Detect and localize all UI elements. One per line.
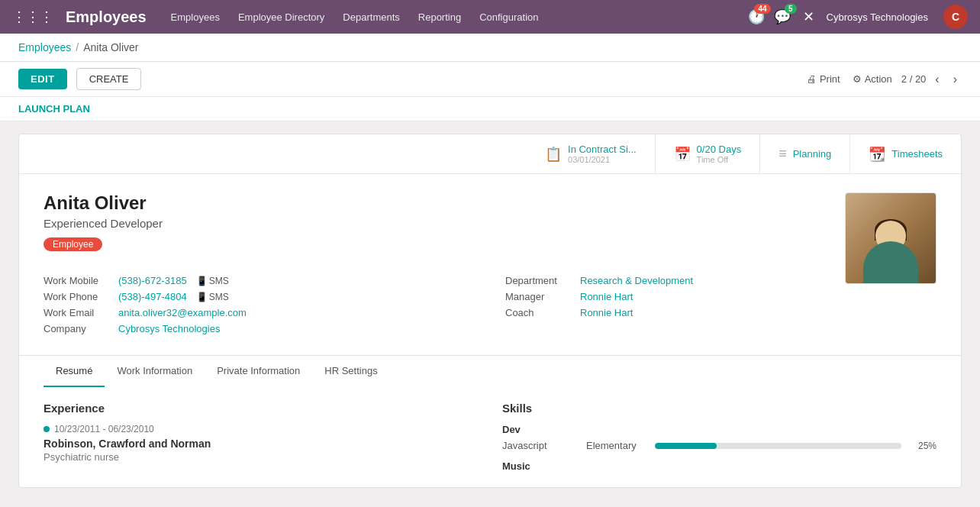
main-nav: Employees Employee Directory Departments… <box>171 11 748 23</box>
work-mobile-row: Work Mobile (538)-672-3185 📱 SMS <box>44 273 475 289</box>
messages-icon[interactable]: 💬 5 <box>774 8 791 25</box>
skill-group-dev: Dev Javascript Elementary 25% <box>502 424 936 451</box>
toolbar-actions: 🖨 Print ⚙ Action <box>807 73 892 85</box>
manager-label: Manager <box>505 291 574 302</box>
employee-details: Anita Oliver Experienced Developer Emplo… <box>44 192 936 337</box>
manager-value[interactable]: Ronnie Hart <box>580 291 633 302</box>
tab-private-information[interactable]: Private Information <box>205 356 312 387</box>
edit-button[interactable]: EDIT <box>18 69 67 89</box>
create-button[interactable]: CREATE <box>76 68 142 90</box>
tab-work-information[interactable]: Work Information <box>105 356 205 387</box>
main-content: 📋 In Contract Si... 03/01/2021 📅 0/20 Da… <box>0 121 980 500</box>
close-icon[interactable]: ✕ <box>803 8 814 25</box>
company-label: Company <box>44 323 112 334</box>
company-row: Company Cybrosys Technologies <box>44 321 475 337</box>
nav-departments[interactable]: Departments <box>343 11 399 23</box>
contract-icon: 📋 <box>545 146 562 163</box>
nav-employees[interactable]: Employees <box>171 11 220 23</box>
breadcrumb: Employees / Anita Oliver <box>0 34 980 62</box>
print-button[interactable]: 🖨 Print <box>807 73 840 85</box>
user-avatar[interactable]: C <box>943 5 968 29</box>
status-timesheets[interactable]: 📆 Timesheets <box>850 134 961 173</box>
employee-card: 📋 In Contract Si... 03/01/2021 📅 0/20 Da… <box>18 134 962 488</box>
breadcrumb-separator: / <box>76 41 79 53</box>
status-planning[interactable]: ≡ Planning <box>760 134 850 173</box>
breadcrumb-current: Anita Oliver <box>83 41 138 53</box>
contact-grid: Work Mobile (538)-672-3185 📱 SMS Work Ph… <box>44 273 936 337</box>
pager-info: 2 / 20 <box>901 73 927 85</box>
experience-section: Experience 10/23/2011 - 06/23/2010 Robin… <box>44 402 478 472</box>
work-email-value[interactable]: anita.oliver32@example.com <box>118 307 247 318</box>
employee-info: Anita Oliver Experienced Developer Emplo… <box>19 174 961 355</box>
topbar-right: 🕐 44 💬 5 ✕ Cybrosys Technologies C <box>748 5 968 29</box>
experience-company: Robinson, Crawford and Norman <box>44 438 478 450</box>
experience-item: 10/23/2011 - 06/23/2010 Robinson, Crawfo… <box>44 424 478 463</box>
nav-employee-directory[interactable]: Employee Directory <box>238 11 324 23</box>
timesheets-icon: 📆 <box>869 146 885 163</box>
launch-plan-bar: LAUNCH PLAN <box>0 97 980 121</box>
tab-hr-settings[interactable]: HR Settings <box>312 356 389 387</box>
apps-icon[interactable]: ⋮⋮⋮ <box>12 8 53 25</box>
coach-value[interactable]: Ronnie Hart <box>580 307 633 318</box>
department-value[interactable]: Research & Development <box>580 275 693 286</box>
experience-date: 10/23/2011 - 06/23/2010 <box>44 424 478 434</box>
skill-pct: 25% <box>909 441 936 451</box>
tabs: Resumé Work Information Private Informat… <box>19 355 961 386</box>
notifications-badge: 44 <box>754 4 770 14</box>
skill-bar-bg <box>655 443 901 449</box>
work-mobile-sms[interactable]: 📱 SMS <box>196 276 229 286</box>
pager: 2 / 20 ‹ › <box>901 71 962 88</box>
nav-configuration[interactable]: Configuration <box>479 11 538 23</box>
print-icon: 🖨 <box>807 73 817 85</box>
work-phone-sms[interactable]: 📱 SMS <box>196 292 229 302</box>
topbar: ⋮⋮⋮ Employees Employees Employee Directo… <box>0 0 980 34</box>
company-name: Cybrosys Technologies <box>827 11 928 23</box>
pager-next[interactable]: › <box>949 71 962 88</box>
work-email-row: Work Email anita.oliver32@example.com <box>44 305 475 321</box>
work-mobile-label: Work Mobile <box>44 275 112 286</box>
skill-row-javascript: Javascript Elementary 25% <box>502 440 936 451</box>
employee-photo[interactable] <box>845 192 936 284</box>
skills-section: Skills Dev Javascript Elementary 25% Mus… <box>502 402 936 472</box>
manager-row: Manager Ronnie Hart <box>505 289 936 305</box>
work-phone-label: Work Phone <box>44 291 112 302</box>
sms-icon-mobile: 📱 <box>196 276 208 286</box>
nav-reporting[interactable]: Reporting <box>418 11 461 23</box>
gear-icon: ⚙ <box>853 73 862 85</box>
experience-dot <box>44 426 50 432</box>
work-phone-row: Work Phone (538)-497-4804 📱 SMS <box>44 289 475 305</box>
messages-badge: 5 <box>785 4 797 14</box>
planning-icon: ≡ <box>779 146 787 162</box>
company-value[interactable]: Cybrosys Technologies <box>118 323 220 334</box>
toolbar: EDIT CREATE 🖨 Print ⚙ Action 2 / 20 ‹ › <box>0 62 980 97</box>
status-contract[interactable]: 📋 In Contract Si... 03/01/2021 <box>527 134 656 173</box>
employee-title: Experienced Developer <box>44 217 936 230</box>
skills-title: Skills <box>502 402 936 415</box>
skill-bar-fill <box>655 443 717 449</box>
status-timeoff[interactable]: 📅 0/20 Days Time Off <box>656 134 761 173</box>
tab-content-resume: Experience 10/23/2011 - 06/23/2010 Robin… <box>19 386 961 487</box>
skill-group-dev-title: Dev <box>502 424 936 435</box>
pager-prev[interactable]: ‹ <box>930 71 943 88</box>
action-button[interactable]: ⚙ Action <box>853 73 892 85</box>
employee-name: Anita Oliver <box>44 192 936 214</box>
breadcrumb-parent[interactable]: Employees <box>18 41 71 53</box>
employee-badge: Employee <box>44 237 102 251</box>
sms-icon-phone: 📱 <box>196 292 208 302</box>
tab-resume[interactable]: Resumé <box>44 356 105 387</box>
skill-group-music: Music <box>502 460 936 472</box>
timeoff-icon: 📅 <box>674 146 691 163</box>
work-email-label: Work Email <box>44 307 112 318</box>
skill-name: Javascript <box>502 440 579 451</box>
work-phone-value[interactable]: (538)-497-4804 <box>118 291 187 302</box>
launch-plan-link[interactable]: LAUNCH PLAN <box>18 103 90 115</box>
work-mobile-value[interactable]: (538)-672-3185 <box>118 275 187 286</box>
coach-label: Coach <box>505 307 574 318</box>
coach-row: Coach Ronnie Hart <box>505 305 936 321</box>
department-label: Department <box>505 275 574 286</box>
status-bar: 📋 In Contract Si... 03/01/2021 📅 0/20 Da… <box>19 134 961 174</box>
experience-role: Psychiatric nurse <box>44 451 478 463</box>
experience-title: Experience <box>44 402 478 415</box>
skill-group-music-title: Music <box>502 460 936 472</box>
notifications-icon[interactable]: 🕐 44 <box>748 8 765 25</box>
